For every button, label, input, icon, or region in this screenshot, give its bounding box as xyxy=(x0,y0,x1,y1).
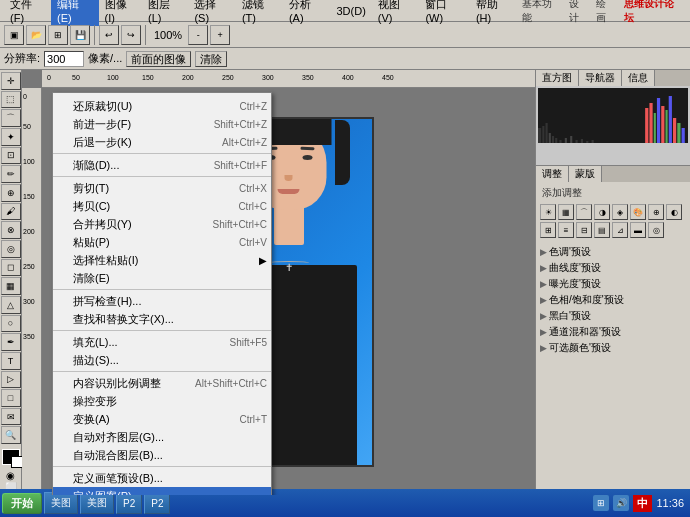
preset-channelmixer[interactable]: ▶ 通道混和器'预设 xyxy=(538,324,688,340)
dodge-tool[interactable]: ○ xyxy=(1,315,21,333)
menu-undo[interactable]: 还原裁切(U) Ctrl+Z xyxy=(53,97,271,115)
workspace-draw[interactable]: 绘画 xyxy=(592,0,619,25)
menu-step-backward[interactable]: 后退一步(K) Alt+Ctrl+Z xyxy=(53,133,271,151)
menu-3d[interactable]: 3D(D) xyxy=(331,3,372,19)
menu-stroke[interactable]: 描边(S)... xyxy=(53,351,271,369)
save-btn[interactable]: 💾 xyxy=(70,25,90,45)
curves-icon[interactable]: ⌒ xyxy=(576,204,592,220)
preset-tone[interactable]: ▶ 色调'预设 xyxy=(538,244,688,260)
start-button[interactable]: 开始 xyxy=(2,493,42,514)
menu-image[interactable]: 图像(I) xyxy=(99,0,142,26)
tab-navigator[interactable]: 导航器 xyxy=(579,70,622,86)
browse-btn[interactable]: ⊞ xyxy=(48,25,68,45)
exposure-icon[interactable]: ◑ xyxy=(594,204,610,220)
menu-step-forward[interactable]: 前进一步(F) Shift+Ctrl+Z xyxy=(53,115,271,133)
menu-find-replace[interactable]: 查找和替换文字(X)... xyxy=(53,310,271,328)
menu-file[interactable]: 文件(F) xyxy=(4,0,51,26)
menu-auto-align[interactable]: 自动对齐图层(G)... xyxy=(53,428,271,446)
menu-filter[interactable]: 滤镜(T) xyxy=(236,0,283,26)
menu-free-transform[interactable]: 变换(A) Ctrl+T xyxy=(53,410,271,428)
zoom-tool[interactable]: 🔍 xyxy=(1,426,21,444)
notes-tool[interactable]: ✉ xyxy=(1,408,21,426)
preset-exposure[interactable]: ▶ 曝光度'预设 xyxy=(538,276,688,292)
tab-info[interactable]: 信息 xyxy=(622,70,655,86)
channel-mixer-icon[interactable]: ≡ xyxy=(558,222,574,238)
menu-select[interactable]: 选择(S) xyxy=(188,0,236,26)
posterize-icon[interactable]: ▤ xyxy=(594,222,610,238)
menu-view[interactable]: 视图(V) xyxy=(372,0,420,26)
zoom-out-btn[interactable]: - xyxy=(188,25,208,45)
history-tool[interactable]: ◎ xyxy=(1,240,21,258)
crop-tool[interactable]: ⊡ xyxy=(1,147,21,165)
preset-bw[interactable]: ▶ 黑白'预设 xyxy=(538,308,688,324)
menu-content-scale[interactable]: 内容识别比例调整 Alt+Shift+Ctrl+C xyxy=(53,374,271,392)
brightness-contrast-icon[interactable]: ☀ xyxy=(540,204,556,220)
community-link[interactable]: 思维设计论坛 xyxy=(620,0,686,25)
ime-indicator[interactable]: 中 xyxy=(633,495,652,512)
redo-btn[interactable]: ↪ xyxy=(121,25,141,45)
undo-btn[interactable]: ↩ xyxy=(99,25,119,45)
clone-tool[interactable]: ⊗ xyxy=(1,221,21,239)
menu-analyze[interactable]: 分析(A) xyxy=(283,0,331,26)
quick-mask-btn[interactable]: ◉ xyxy=(0,470,21,481)
menu-fade[interactable]: 渐隐(D)... Shift+Ctrl+F xyxy=(53,156,271,174)
zoom-in-btn[interactable]: + xyxy=(210,25,230,45)
eyedropper-tool[interactable]: ✏ xyxy=(1,165,21,183)
menu-spellcheck[interactable]: 拼写检查(H)... xyxy=(53,292,271,310)
bw-icon[interactable]: ◐ xyxy=(666,204,682,220)
resolution-input[interactable] xyxy=(44,51,84,67)
invert-icon[interactable]: ⊟ xyxy=(576,222,592,238)
new-file-btn[interactable]: ▣ xyxy=(4,25,24,45)
front-image-btn[interactable]: 前面的图像 xyxy=(126,51,191,67)
eraser-tool[interactable]: ◻ xyxy=(1,259,21,277)
menu-fill[interactable]: 填充(L)... Shift+F5 xyxy=(53,333,271,351)
tab-adjustments[interactable]: 调整 xyxy=(536,166,569,182)
clear-btn[interactable]: 清除 xyxy=(195,51,227,67)
levels-icon[interactable]: ▦ xyxy=(558,204,574,220)
menu-define-brush[interactable]: 定义画笔预设(B)... xyxy=(53,469,271,487)
menu-paste-special[interactable]: 选择性粘贴(I) ▶ xyxy=(53,251,271,269)
marquee-tool[interactable]: ⬚ xyxy=(1,91,21,109)
magic-wand-tool[interactable]: ✦ xyxy=(1,128,21,146)
menu-puppet-warp[interactable]: 操控变形 xyxy=(53,392,271,410)
menu-edit[interactable]: 编辑(E) xyxy=(51,0,99,26)
menu-cut[interactable]: 剪切(T) Ctrl+X xyxy=(53,179,271,197)
type-tool[interactable]: T xyxy=(1,352,21,370)
gradient-tool[interactable]: ▦ xyxy=(1,277,21,295)
foreground-color[interactable] xyxy=(2,449,20,465)
menu-clear[interactable]: 清除(E) xyxy=(53,269,271,287)
shape-tool[interactable]: □ xyxy=(1,389,21,407)
preset-curves[interactable]: ▶ 曲线度'预设 xyxy=(538,260,688,276)
workspace-basic[interactable]: 基本功能 xyxy=(518,0,565,25)
move-tool[interactable]: ✛ xyxy=(1,72,21,90)
menu-define-pattern[interactable]: 定义图案(P)... xyxy=(53,487,271,495)
pen-tool[interactable]: ✒ xyxy=(1,333,21,351)
taskbar-app1[interactable]: 美图 xyxy=(44,492,78,514)
tab-histogram[interactable]: 直方图 xyxy=(536,70,579,86)
color-balance-icon[interactable]: ⊕ xyxy=(648,204,664,220)
tab-masks[interactable]: 蒙版 xyxy=(569,166,602,182)
healing-tool[interactable]: ⊕ xyxy=(1,184,21,202)
lasso-tool[interactable]: ⌒ xyxy=(1,109,21,127)
threshold-icon[interactable]: ⊿ xyxy=(612,222,628,238)
preset-selectivecolor[interactable]: ▶ 可选颜色'预设 xyxy=(538,340,688,356)
photo-filter-icon[interactable]: ⊞ xyxy=(540,222,556,238)
gradient-map-icon[interactable]: ▬ xyxy=(630,222,646,238)
taskbar-ps1[interactable]: P2 xyxy=(116,492,142,514)
path-tool[interactable]: ▷ xyxy=(1,371,21,389)
taskbar-app2[interactable]: 美图 xyxy=(80,492,114,514)
blur-tool[interactable]: △ xyxy=(1,296,21,314)
menu-window[interactable]: 窗口(W) xyxy=(419,0,470,26)
taskbar-ps2[interactable]: P2 xyxy=(144,492,170,514)
menu-auto-blend[interactable]: 自动混合图层(B)... xyxy=(53,446,271,464)
menu-paste[interactable]: 粘贴(P) Ctrl+V xyxy=(53,233,271,251)
hue-sat-icon[interactable]: 🎨 xyxy=(630,204,646,220)
selective-color-icon[interactable]: ◎ xyxy=(648,222,664,238)
open-btn[interactable]: 📂 xyxy=(26,25,46,45)
brush-tool[interactable]: 🖌 xyxy=(1,203,21,221)
preset-huesat[interactable]: ▶ 色相/饱和度'预设 xyxy=(538,292,688,308)
menu-copy[interactable]: 拷贝(C) Ctrl+C xyxy=(53,197,271,215)
menu-layer[interactable]: 图层(L) xyxy=(142,0,188,26)
menu-help[interactable]: 帮助(H) xyxy=(470,0,518,26)
vibrance-icon[interactable]: ◈ xyxy=(612,204,628,220)
